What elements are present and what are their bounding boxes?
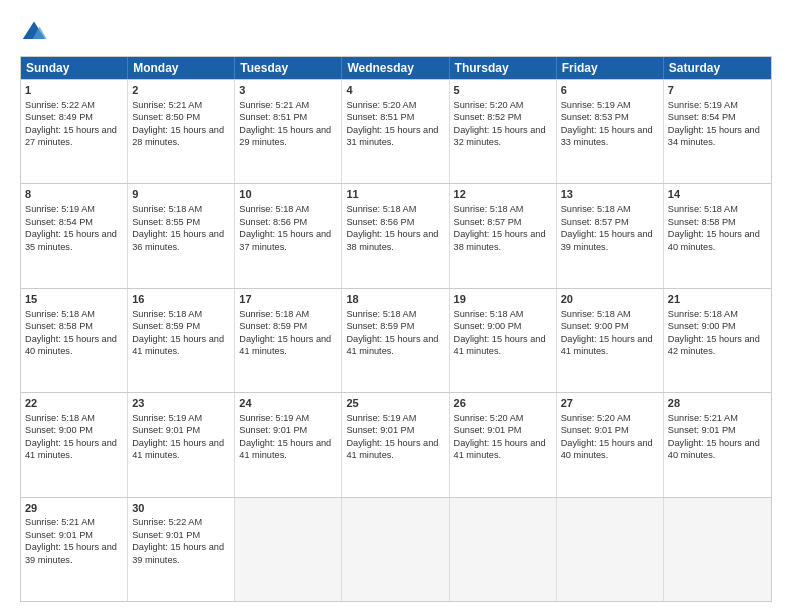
header <box>20 18 772 46</box>
calendar-cell: 15Sunrise: 5:18 AMSunset: 8:58 PMDayligh… <box>21 289 128 392</box>
daylight: Daylight: 15 hours and 37 minutes. <box>239 229 331 251</box>
calendar-cell: 21Sunrise: 5:18 AMSunset: 9:00 PMDayligh… <box>664 289 771 392</box>
sunrise: Sunrise: 5:18 AM <box>25 309 95 319</box>
sunrise: Sunrise: 5:20 AM <box>454 413 524 423</box>
sunrise: Sunrise: 5:21 AM <box>239 100 309 110</box>
sunset: Sunset: 8:55 PM <box>132 217 200 227</box>
calendar-cell <box>450 498 557 601</box>
calendar-header-cell: Sunday <box>21 57 128 79</box>
day-number: 29 <box>25 501 123 516</box>
sunset: Sunset: 9:01 PM <box>132 530 200 540</box>
daylight: Daylight: 15 hours and 33 minutes. <box>561 125 653 147</box>
daylight: Daylight: 15 hours and 40 minutes. <box>668 438 760 460</box>
sunset: Sunset: 9:00 PM <box>25 425 93 435</box>
calendar-cell: 18Sunrise: 5:18 AMSunset: 8:59 PMDayligh… <box>342 289 449 392</box>
calendar-cell: 5Sunrise: 5:20 AMSunset: 8:52 PMDaylight… <box>450 80 557 183</box>
sunset: Sunset: 8:56 PM <box>346 217 414 227</box>
page: SundayMondayTuesdayWednesdayThursdayFrid… <box>0 0 792 612</box>
sunrise: Sunrise: 5:19 AM <box>668 100 738 110</box>
calendar-cell: 29Sunrise: 5:21 AMSunset: 9:01 PMDayligh… <box>21 498 128 601</box>
calendar-cell: 20Sunrise: 5:18 AMSunset: 9:00 PMDayligh… <box>557 289 664 392</box>
daylight: Daylight: 15 hours and 27 minutes. <box>25 125 117 147</box>
sunrise: Sunrise: 5:18 AM <box>346 204 416 214</box>
sunrise: Sunrise: 5:18 AM <box>132 309 202 319</box>
day-number: 21 <box>668 292 767 307</box>
calendar-cell: 17Sunrise: 5:18 AMSunset: 8:59 PMDayligh… <box>235 289 342 392</box>
calendar-cell: 8Sunrise: 5:19 AMSunset: 8:54 PMDaylight… <box>21 184 128 287</box>
day-number: 11 <box>346 187 444 202</box>
sunrise: Sunrise: 5:20 AM <box>561 413 631 423</box>
daylight: Daylight: 15 hours and 35 minutes. <box>25 229 117 251</box>
day-number: 8 <box>25 187 123 202</box>
sunset: Sunset: 9:00 PM <box>668 321 736 331</box>
calendar-cell: 26Sunrise: 5:20 AMSunset: 9:01 PMDayligh… <box>450 393 557 496</box>
sunrise: Sunrise: 5:18 AM <box>346 309 416 319</box>
logo <box>20 18 50 46</box>
logo-icon <box>20 18 48 46</box>
sunset: Sunset: 8:49 PM <box>25 112 93 122</box>
calendar-cell: 11Sunrise: 5:18 AMSunset: 8:56 PMDayligh… <box>342 184 449 287</box>
calendar-cell: 6Sunrise: 5:19 AMSunset: 8:53 PMDaylight… <box>557 80 664 183</box>
day-number: 19 <box>454 292 552 307</box>
day-number: 1 <box>25 83 123 98</box>
calendar-week: 15Sunrise: 5:18 AMSunset: 8:58 PMDayligh… <box>21 288 771 392</box>
day-number: 22 <box>25 396 123 411</box>
daylight: Daylight: 15 hours and 32 minutes. <box>454 125 546 147</box>
calendar-header-cell: Friday <box>557 57 664 79</box>
calendar-week: 22Sunrise: 5:18 AMSunset: 9:00 PMDayligh… <box>21 392 771 496</box>
daylight: Daylight: 15 hours and 38 minutes. <box>346 229 438 251</box>
calendar-cell: 14Sunrise: 5:18 AMSunset: 8:58 PMDayligh… <box>664 184 771 287</box>
daylight: Daylight: 15 hours and 41 minutes. <box>454 438 546 460</box>
day-number: 7 <box>668 83 767 98</box>
sunset: Sunset: 9:01 PM <box>239 425 307 435</box>
day-number: 15 <box>25 292 123 307</box>
sunset: Sunset: 8:50 PM <box>132 112 200 122</box>
sunset: Sunset: 8:54 PM <box>668 112 736 122</box>
sunrise: Sunrise: 5:19 AM <box>239 413 309 423</box>
day-number: 12 <box>454 187 552 202</box>
sunset: Sunset: 9:01 PM <box>132 425 200 435</box>
day-number: 9 <box>132 187 230 202</box>
daylight: Daylight: 15 hours and 41 minutes. <box>239 334 331 356</box>
sunset: Sunset: 8:59 PM <box>239 321 307 331</box>
calendar-cell: 23Sunrise: 5:19 AMSunset: 9:01 PMDayligh… <box>128 393 235 496</box>
sunset: Sunset: 8:58 PM <box>25 321 93 331</box>
day-number: 27 <box>561 396 659 411</box>
calendar-header-cell: Wednesday <box>342 57 449 79</box>
day-number: 3 <box>239 83 337 98</box>
sunset: Sunset: 8:54 PM <box>25 217 93 227</box>
sunrise: Sunrise: 5:20 AM <box>454 100 524 110</box>
daylight: Daylight: 15 hours and 39 minutes. <box>561 229 653 251</box>
sunrise: Sunrise: 5:18 AM <box>239 204 309 214</box>
daylight: Daylight: 15 hours and 29 minutes. <box>239 125 331 147</box>
daylight: Daylight: 15 hours and 41 minutes. <box>561 334 653 356</box>
calendar-cell: 13Sunrise: 5:18 AMSunset: 8:57 PMDayligh… <box>557 184 664 287</box>
daylight: Daylight: 15 hours and 36 minutes. <box>132 229 224 251</box>
day-number: 16 <box>132 292 230 307</box>
daylight: Daylight: 15 hours and 41 minutes. <box>454 334 546 356</box>
day-number: 26 <box>454 396 552 411</box>
sunrise: Sunrise: 5:18 AM <box>561 309 631 319</box>
sunrise: Sunrise: 5:18 AM <box>132 204 202 214</box>
calendar-cell: 30Sunrise: 5:22 AMSunset: 9:01 PMDayligh… <box>128 498 235 601</box>
day-number: 6 <box>561 83 659 98</box>
sunrise: Sunrise: 5:18 AM <box>239 309 309 319</box>
calendar-header-cell: Thursday <box>450 57 557 79</box>
calendar-cell: 3Sunrise: 5:21 AMSunset: 8:51 PMDaylight… <box>235 80 342 183</box>
daylight: Daylight: 15 hours and 38 minutes. <box>454 229 546 251</box>
daylight: Daylight: 15 hours and 41 minutes. <box>346 438 438 460</box>
day-number: 10 <box>239 187 337 202</box>
sunset: Sunset: 8:58 PM <box>668 217 736 227</box>
day-number: 30 <box>132 501 230 516</box>
sunset: Sunset: 9:01 PM <box>25 530 93 540</box>
daylight: Daylight: 15 hours and 39 minutes. <box>25 542 117 564</box>
calendar-header-cell: Monday <box>128 57 235 79</box>
calendar-cell: 25Sunrise: 5:19 AMSunset: 9:01 PMDayligh… <box>342 393 449 496</box>
calendar-cell: 27Sunrise: 5:20 AMSunset: 9:01 PMDayligh… <box>557 393 664 496</box>
calendar-cell: 1Sunrise: 5:22 AMSunset: 8:49 PMDaylight… <box>21 80 128 183</box>
day-number: 20 <box>561 292 659 307</box>
sunrise: Sunrise: 5:18 AM <box>25 413 95 423</box>
sunset: Sunset: 8:56 PM <box>239 217 307 227</box>
sunrise: Sunrise: 5:18 AM <box>454 204 524 214</box>
calendar-cell: 2Sunrise: 5:21 AMSunset: 8:50 PMDaylight… <box>128 80 235 183</box>
